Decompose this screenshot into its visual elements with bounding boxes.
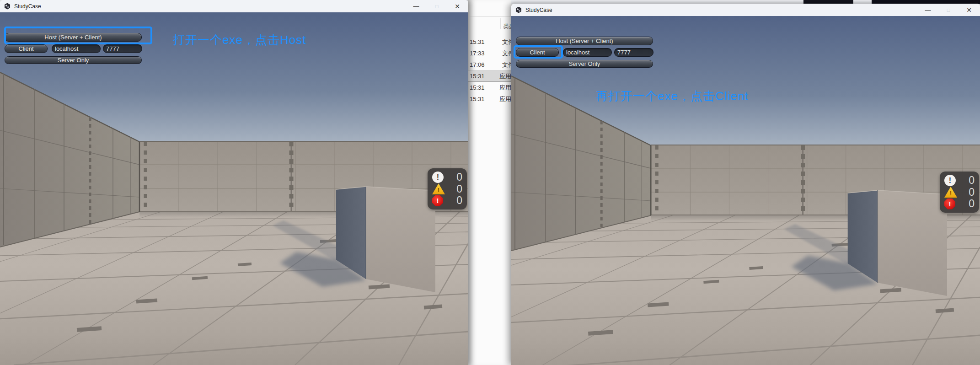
info-count: 0 [456,172,462,182]
file-modified-time: 17:06 [470,61,502,68]
close-button[interactable]: ✕ [450,1,465,11]
explorer-column-separator [500,18,501,29]
info-icon: ! [944,175,956,186]
minimize-button[interactable]: — [921,5,935,15]
error-icon: ! [432,195,443,206]
game-viewport: Host (Server + Client) Client Server Onl… [0,12,468,365]
minimize-button[interactable]: — [409,1,423,11]
dev-stats-overlay[interactable]: ! 0 ! 0 ! 0 [940,172,979,213]
warning-icon: ! [944,187,957,198]
address-input[interactable] [52,44,101,53]
address-input[interactable] [563,48,612,57]
studycase-window-client: StudyCase — □ ✕ Host (Server + Client) C… [511,4,980,365]
window-title: StudyCase [14,3,41,10]
host-button[interactable]: Host (Server + Client) [5,33,142,42]
close-button[interactable]: ✕ [962,5,976,15]
titlebar[interactable]: StudyCase — □ ✕ [511,4,980,16]
server-only-button[interactable]: Server Only [5,56,142,64]
file-modified-time: 17:33 [470,50,502,57]
warning-count: 0 [969,187,975,198]
port-input[interactable] [614,48,653,57]
error-count: 0 [456,195,462,206]
caption-buttons: — □ ✕ [409,0,465,12]
app-icon [515,7,522,13]
scene-3d [0,12,468,365]
client-button[interactable]: Client [5,44,48,53]
file-modified-time: 15:31 [470,96,499,102]
scene-3d [511,16,980,365]
error-icon: ! [944,199,955,209]
file-modified-time: 15:31 [470,73,499,80]
info-count: 0 [969,175,975,186]
desktop: 类型 15:31 文件夹 17:33 文件夹 17:06 文件夹 15:31 应… [0,0,980,365]
error-stat-row: ! 0 [944,198,975,209]
file-modified-time: 15:31 [470,38,502,45]
studycase-window-host: StudyCase — □ ✕ Host (Server + Client) C… [0,0,468,365]
error-stat-row: ! 0 [432,195,462,206]
info-stat-row: ! 0 [944,175,975,186]
host-button[interactable]: Host (Server + Client) [516,37,653,45]
annotation-text: 打开一个exe，点击Host [173,32,306,48]
warning-stat-row: ! 0 [432,183,462,195]
server-only-button[interactable]: Server Only [516,60,653,68]
file-modified-time: 15:31 [470,84,499,91]
client-button[interactable]: Client [516,48,559,57]
warning-count: 0 [456,184,462,194]
annotation-text: 再打开一个exe，点击Client [596,88,748,104]
game-viewport: Host (Server + Client) Client Server Onl… [511,16,980,365]
maximize-button[interactable]: □ [941,5,956,15]
info-stat-row: ! 0 [432,172,462,183]
caption-buttons: — □ ✕ [921,4,976,16]
error-count: 0 [969,199,975,209]
warning-icon: ! [432,183,445,194]
titlebar[interactable]: StudyCase — □ ✕ [0,0,468,12]
port-input[interactable] [103,44,142,53]
warning-stat-row: ! 0 [944,187,975,198]
info-icon: ! [432,172,444,183]
dev-stats-overlay[interactable]: ! 0 ! 0 ! 0 [428,168,467,209]
window-title: StudyCase [525,7,552,13]
maximize-button[interactable]: □ [429,1,444,11]
app-icon [4,3,11,10]
